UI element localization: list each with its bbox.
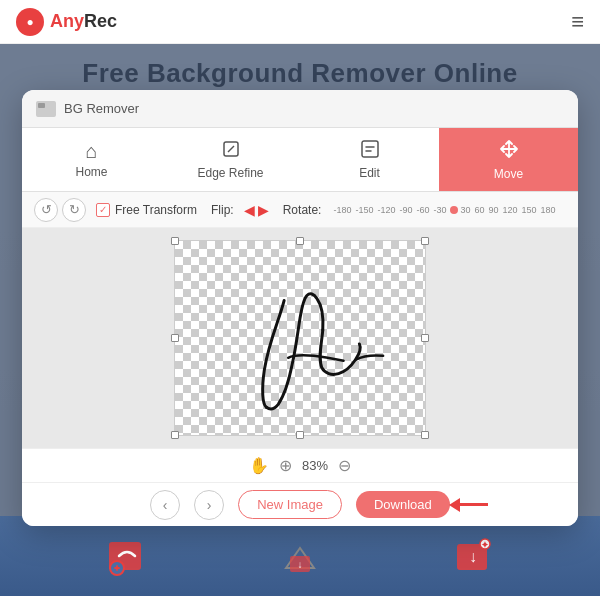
svg-rect-1: [362, 141, 378, 157]
free-transform-check-icon: [96, 203, 110, 217]
tab-move-label: Move: [494, 167, 523, 181]
handle-bottom-left[interactable]: [171, 431, 179, 439]
handle-bottom-right[interactable]: [421, 431, 429, 439]
zoom-out-icon[interactable]: ⊖: [338, 456, 351, 475]
modal-header: BG Remover: [22, 90, 578, 128]
zoom-in-icon[interactable]: ⊕: [279, 456, 292, 475]
new-image-button[interactable]: New Image: [238, 490, 342, 519]
undo-button[interactable]: ↺: [34, 198, 58, 222]
move-icon: [498, 138, 520, 163]
handle-mid-right[interactable]: [421, 334, 429, 342]
handle-top-right[interactable]: [421, 237, 429, 245]
handle-mid-left[interactable]: [171, 334, 179, 342]
strip-icon-3: ↓ ✦: [451, 534, 495, 578]
tab-edge-refine-label: Edge Refine: [197, 166, 263, 180]
handle-bottom-mid[interactable]: [296, 431, 304, 439]
handle-top-left[interactable]: [171, 237, 179, 245]
modal-header-icon: [36, 101, 56, 117]
flip-label: Flip:: [211, 203, 234, 217]
flip-arrows: ◀ ▶: [244, 202, 269, 218]
download-button[interactable]: Download: [356, 491, 450, 518]
tab-home[interactable]: ⌂ Home: [22, 128, 161, 191]
edge-refine-icon: [221, 139, 241, 162]
rotate-label: Rotate:: [283, 203, 322, 217]
arrow-shaft: [460, 503, 488, 506]
image-canvas[interactable]: [174, 240, 426, 436]
next-button[interactable]: ›: [194, 490, 224, 520]
toolbar-tabs: ⌂ Home Edge Refine Edit: [22, 128, 578, 192]
undo-redo-group: ↺ ↻: [34, 198, 86, 222]
logo-text: AnyRec: [50, 11, 117, 32]
tab-edit-label: Edit: [359, 166, 380, 180]
arrow-head: [449, 498, 460, 512]
redo-button[interactable]: ↻: [62, 198, 86, 222]
tab-edit[interactable]: Edit: [300, 128, 439, 191]
tab-home-label: Home: [75, 165, 107, 179]
download-arrow: [449, 498, 488, 512]
svg-text:✦: ✦: [481, 540, 489, 550]
top-nav: ● AnyRec ≡: [0, 0, 600, 44]
strip-svg-3: ↓ ✦: [451, 534, 495, 578]
strip-icon-2: ↓: [278, 534, 322, 578]
zoom-hand-icon[interactable]: ✋: [249, 456, 269, 475]
svg-text:↓: ↓: [469, 548, 477, 565]
hamburger-menu[interactable]: ≡: [571, 9, 584, 35]
flip-vertical-icon[interactable]: ▶: [258, 202, 269, 218]
bottom-strip: ↓ ↓ ✦: [0, 516, 600, 596]
prev-button[interactable]: ‹: [150, 490, 180, 520]
modal-header-title: BG Remover: [64, 101, 139, 116]
handle-top-mid[interactable]: [296, 237, 304, 245]
bg-remover-modal: BG Remover ⌂ Home Edge Refine: [22, 90, 578, 526]
zoom-bar: ✋ ⊕ 83% ⊖: [22, 448, 578, 482]
tab-move[interactable]: Move: [439, 128, 578, 191]
rotate-scale[interactable]: -180 -150 -120 -90 -60 -30 30 60 90 120 …: [331, 205, 557, 215]
edit-icon: [360, 139, 380, 162]
signature-image: [175, 241, 425, 435]
tab-edge-refine[interactable]: Edge Refine: [161, 128, 300, 191]
strip-svg-1: [105, 534, 149, 578]
zoom-percent: 83%: [302, 458, 328, 473]
strip-icon-1: [105, 534, 149, 578]
svg-text:↓: ↓: [297, 559, 302, 570]
canvas-area: [22, 228, 578, 448]
flip-horizontal-icon[interactable]: ◀: [244, 202, 255, 218]
logo-icon: ●: [16, 8, 44, 36]
rotate-indicator: [450, 206, 458, 214]
subtoolbar: ↺ ↻ Free Transform Flip: ◀ ▶ Rotate: -18…: [22, 192, 578, 228]
footer-action-bar: ‹ › New Image Download: [22, 482, 578, 526]
logo: ● AnyRec: [16, 8, 117, 36]
free-transform-label: Free Transform: [115, 203, 197, 217]
strip-svg-2: ↓: [278, 534, 322, 578]
free-transform-checkbox[interactable]: Free Transform: [96, 203, 197, 217]
home-icon: ⌂: [85, 141, 97, 161]
